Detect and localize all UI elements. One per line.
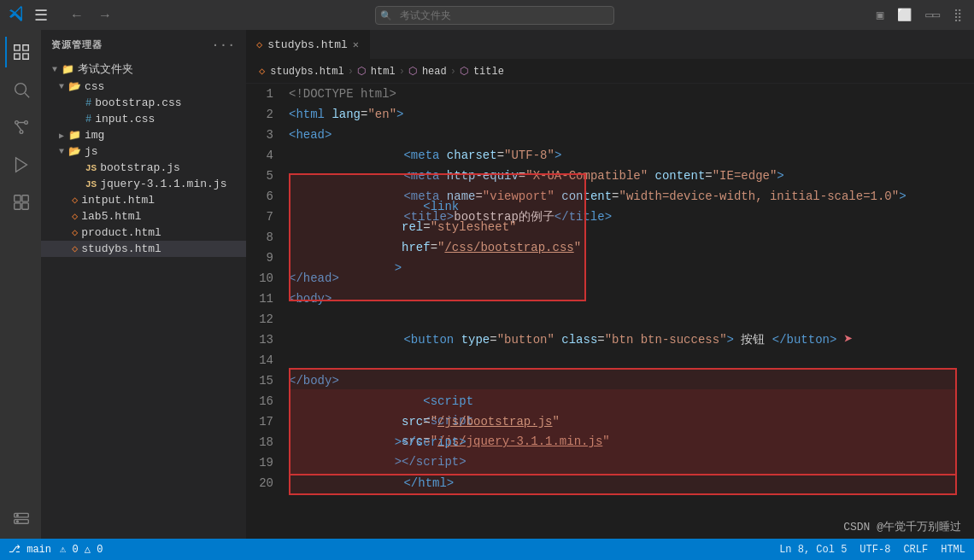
statusbar-left: ⎇ main ⚠ 0 △ 0 — [9, 543, 103, 556]
code-line-13: <button type="button" class="btn btn-suc… — [289, 330, 965, 350]
statusbar-eol[interactable]: CRLF — [903, 544, 928, 556]
titlebar-actions: ▣ ⬜ ▭▭ ⣿ — [873, 6, 965, 24]
svg-rect-9 — [22, 195, 28, 201]
titlebar: ☰ ← → ▣ ⬜ ▭▭ ⣿ — [0, 0, 974, 30]
svg-line-1 — [25, 93, 29, 97]
sidebar-header: 资源管理器 ··· — [41, 30, 246, 60]
search-bar — [126, 6, 865, 25]
layout-icon-3[interactable]: ▭▭ — [922, 6, 943, 24]
breadcrumb: ◇ studybs.html › ⬡ html › ⬡ head › ⬡ tit… — [246, 60, 974, 84]
tree-product-html[interactable]: ◇ product.html — [41, 225, 246, 241]
code-line-8: <link rel="stylesheet" href="/css/bootst… — [289, 227, 965, 248]
svg-point-2 — [15, 121, 19, 125]
svg-rect-10 — [15, 203, 21, 209]
menu-icon[interactable]: ☰ — [34, 6, 48, 25]
back-button[interactable]: ← — [65, 5, 89, 26]
tab-icon: ◇ — [256, 38, 262, 51]
statusbar-branch[interactable]: ⎇ main — [9, 543, 51, 556]
tree-img-folder[interactable]: ▶ 📁 img — [41, 127, 246, 143]
statusbar-lang[interactable]: HTML — [941, 544, 965, 556]
nav-buttons: ← → — [65, 5, 117, 26]
watermark: CSDN @午觉千万别睡过 — [843, 519, 961, 534]
line-numbers: 12345 678910 1112131415 1617181920 — [246, 84, 280, 539]
sidebar: 资源管理器 ··· ▼ 📁 考试文件夹 ▼ 📂 css # bo — [41, 30, 246, 539]
code-line-2: <html lang="en" > — [289, 104, 965, 125]
activity-extensions[interactable] — [5, 187, 36, 218]
search-input[interactable] — [375, 6, 614, 25]
statusbar: ⎇ main ⚠ 0 △ 0 Ln 8, Col 5 UTF-8 CRLF HT… — [0, 539, 974, 560]
tree-js-folder[interactable]: ▼ 📂 js — [41, 143, 246, 160]
tree-studybs-html[interactable]: ◇ studybs.html — [41, 241, 246, 257]
tree-intput-html[interactable]: ◇ intput.html — [41, 192, 246, 208]
layout-icon-1[interactable]: ▣ — [873, 6, 887, 24]
code-content[interactable]: <!DOCTYPE html> <html lang="en" > <head> — [280, 84, 974, 539]
forward-button[interactable]: → — [93, 5, 117, 26]
svg-line-6 — [17, 124, 22, 130]
sidebar-more-icon[interactable]: ··· — [212, 38, 236, 52]
activity-explorer[interactable] — [5, 37, 36, 67]
code-line-1: <!DOCTYPE html> — [289, 84, 965, 104]
svg-rect-11 — [22, 203, 28, 209]
editor: ◇ studybs.html ✕ ◇ studybs.html › ⬡ html… — [246, 30, 974, 539]
svg-point-15 — [17, 521, 19, 522]
tree-root-folder[interactable]: ▼ 📁 考试文件夹 — [41, 60, 246, 79]
tree-jquery-js[interactable]: JS jquery-3.1.1.min.js — [41, 176, 246, 192]
statusbar-right: Ln 8, Col 5 UTF-8 CRLF HTML — [779, 544, 965, 556]
tree-bootstrap-css[interactable]: # bootstrap.css — [41, 95, 246, 111]
activity-source-control[interactable] — [5, 112, 36, 143]
breadcrumb-head: ⬡ head — [408, 65, 447, 78]
vscode-logo — [9, 4, 26, 26]
tree-input-css[interactable]: # input.css — [41, 111, 246, 127]
breadcrumb-title: ⬡ title — [460, 65, 504, 78]
svg-rect-8 — [15, 195, 21, 201]
statusbar-encoding[interactable]: UTF-8 — [860, 544, 890, 556]
layout-icon-4[interactable]: ⣿ — [950, 6, 965, 24]
activity-bar — [0, 30, 41, 539]
activity-search[interactable] — [5, 74, 36, 105]
code-line-17: <script src="/js/bootstrap.js" ></script… — [289, 411, 965, 432]
tree-lab5-html[interactable]: ◇ lab5.html — [41, 208, 246, 225]
tab-studybs[interactable]: ◇ studybs.html ✕ — [246, 30, 370, 59]
svg-point-0 — [15, 84, 26, 95]
statusbar-line-col[interactable]: Ln 8, Col 5 — [779, 544, 847, 556]
svg-point-4 — [20, 131, 23, 134]
activity-run[interactable] — [5, 149, 36, 180]
sidebar-title: 资源管理器 — [51, 38, 103, 51]
svg-point-3 — [25, 121, 28, 125]
tree-css-folder[interactable]: ▼ 📂 css — [41, 79, 246, 95]
breadcrumb-file: ◇ studybs.html — [259, 65, 344, 78]
tab-close-button[interactable]: ✕ — [353, 38, 359, 51]
tab-label: studybs.html — [267, 38, 348, 51]
breadcrumb-html: ⬡ html — [357, 65, 396, 78]
activity-remote[interactable] — [5, 501, 36, 532]
tabbar: ◇ studybs.html ✕ — [246, 30, 974, 60]
tree-bootstrap-js[interactable]: JS bootstrap.js — [41, 160, 246, 176]
svg-point-14 — [17, 515, 19, 516]
layout-icon-2[interactable]: ⬜ — [894, 6, 915, 24]
code-area: 12345 678910 1112131415 1617181920 <!DOC… — [246, 84, 974, 539]
statusbar-errors[interactable]: ⚠ 0 △ 0 — [60, 543, 103, 556]
svg-marker-7 — [16, 158, 27, 172]
